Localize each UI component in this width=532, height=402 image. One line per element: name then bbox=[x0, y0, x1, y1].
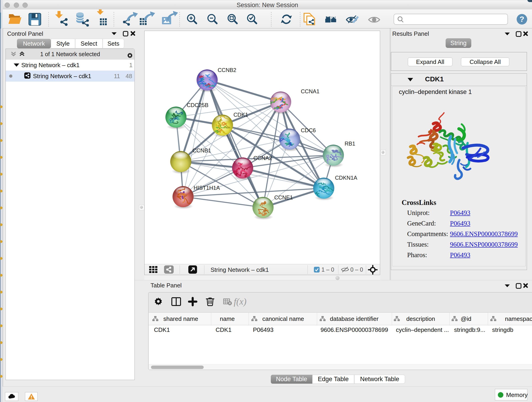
svg-text:HIST1H1A: HIST1H1A bbox=[194, 185, 220, 191]
svg-text:CDKN1A: CDKN1A bbox=[335, 175, 357, 181]
svg-text:CCNA2: CCNA2 bbox=[253, 155, 272, 161]
svg-text:CCNE1: CCNE1 bbox=[274, 194, 293, 201]
svg-text:CDC25B: CDC25B bbox=[187, 102, 209, 108]
svg-text:?: ? bbox=[520, 15, 525, 23]
svg-text:CDK1: CDK1 bbox=[234, 112, 248, 118]
svg-text:CDC6: CDC6 bbox=[301, 127, 316, 133]
svg-text:f(x): f(x) bbox=[234, 296, 247, 307]
svg-text:RB1: RB1 bbox=[345, 140, 355, 147]
svg-text:CCNB1: CCNB1 bbox=[192, 147, 211, 153]
svg-text:CCNB2: CCNB2 bbox=[218, 67, 236, 73]
svg-text:CCNA1: CCNA1 bbox=[301, 88, 319, 95]
